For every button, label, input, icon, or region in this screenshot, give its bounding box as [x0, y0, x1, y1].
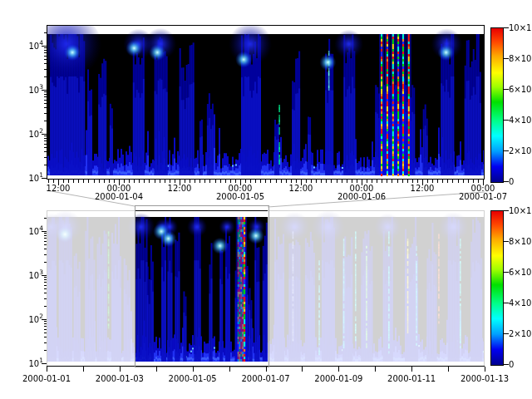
x-minor-tick [88, 180, 89, 183]
x-minor-tick [190, 180, 190, 183]
x-minor-tick [342, 180, 342, 183]
colorbar-tick-label: 2×107 [509, 329, 532, 338]
x-tick [47, 367, 47, 372]
x-minor-tick [149, 180, 150, 183]
x-tick [229, 367, 230, 372]
x-minor-tick [392, 180, 392, 183]
x-date-label: 2000-01-06 [337, 192, 386, 201]
y-minor-tick [44, 69, 47, 70]
y-minor-tick [44, 298, 47, 299]
x-minor-tick [442, 180, 443, 183]
x-minor-tick [311, 180, 312, 183]
colorbar-tick-label: 10×107 [509, 23, 532, 32]
colorbar-overview [490, 210, 504, 366]
x-minor-tick [337, 180, 337, 183]
x-tick-label: 12:00 [47, 184, 71, 193]
y-minor-tick [44, 342, 47, 343]
top-spectrogram[interactable] [47, 25, 485, 180]
x-minor-tick [352, 180, 352, 183]
x-minor-tick [235, 180, 236, 183]
x-minor-tick [129, 180, 130, 183]
colorbar-tick-label: 0 [509, 177, 514, 186]
colorbar-tick-label: 4×107 [509, 116, 532, 125]
x-minor-tick [63, 180, 64, 183]
y-minor-tick [44, 165, 47, 165]
x-date-label: 2000-01-13 [461, 374, 509, 383]
y-minor-tick [44, 329, 47, 330]
y-minor-tick [44, 350, 47, 351]
colorbar-top [490, 27, 504, 183]
colorbar-tick-label: 0 [509, 360, 514, 369]
y-minor-tick [44, 293, 47, 293]
colorbar-tick-label: 6×107 [509, 268, 532, 277]
x-minor-tick [296, 180, 297, 183]
x-date-label: 2000-01-04 [95, 192, 143, 201]
x-minor-tick [347, 180, 347, 183]
x-minor-tick [134, 180, 135, 183]
x-minor-tick [230, 180, 231, 183]
x-minor-tick [53, 180, 54, 183]
y-minor-tick [44, 238, 47, 239]
y-minor-tick [44, 138, 47, 139]
y-minor-tick [44, 100, 47, 101]
x-minor-tick [73, 180, 74, 183]
x-minor-tick [155, 180, 155, 183]
x-date-label: 2000-01-11 [387, 374, 436, 383]
x-minor-tick [326, 180, 327, 183]
x-minor-tick [209, 180, 210, 183]
y-minor-tick [44, 262, 47, 263]
y-minor-tick [44, 103, 47, 104]
x-minor-tick [260, 180, 261, 183]
x-tick-label: 12:00 [411, 184, 435, 193]
selection-box[interactable] [135, 205, 269, 367]
y-tick-label: 101 [3, 174, 43, 183]
x-tick [83, 367, 84, 372]
x-minor-tick [402, 180, 403, 183]
y-tick-label: 103 [3, 86, 43, 95]
x-minor-tick [372, 180, 372, 183]
x-minor-tick [407, 180, 408, 183]
y-minor-tick [44, 233, 47, 234]
x-minor-tick [291, 180, 292, 183]
y-minor-tick [44, 56, 47, 57]
x-tick [193, 367, 194, 372]
y-minor-tick [44, 249, 47, 249]
x-minor-tick [104, 180, 105, 183]
y-minor-tick [44, 52, 47, 53]
x-tick [375, 367, 376, 372]
x-minor-tick [195, 180, 195, 183]
x-date-label: 2000-01-05 [169, 374, 217, 383]
x-minor-tick [437, 180, 438, 183]
y-minor-tick [44, 326, 47, 327]
x-minor-tick [382, 180, 382, 183]
y-minor-tick [44, 113, 47, 114]
x-minor-tick [432, 180, 433, 183]
x-minor-tick [124, 180, 125, 183]
x-tick [266, 367, 267, 372]
y-minor-tick [44, 94, 47, 95]
y-minor-tick [44, 50, 47, 51]
y-minor-tick [44, 63, 47, 64]
x-date-label: 2000-01-07 [241, 374, 289, 383]
y-minor-tick [44, 135, 47, 136]
y-tick-label: 103 [3, 271, 43, 280]
x-minor-tick [99, 180, 100, 183]
y-minor-tick [44, 323, 47, 324]
y-minor-tick [44, 285, 47, 286]
x-minor-tick [357, 180, 357, 183]
y-minor-tick [44, 140, 47, 141]
y-minor-tick [44, 76, 47, 77]
y-minor-tick [44, 337, 47, 337]
x-minor-tick [200, 180, 200, 183]
x-tick [338, 367, 339, 372]
colorbar-tick-label: 8×107 [509, 237, 532, 246]
y-minor-tick [44, 254, 47, 255]
y-minor-tick [44, 218, 47, 219]
x-minor-tick [83, 180, 84, 183]
y-minor-tick [44, 96, 47, 97]
x-minor-tick [109, 180, 110, 183]
y-minor-tick [44, 151, 47, 152]
x-minor-tick [170, 180, 170, 183]
x-minor-tick [458, 180, 459, 183]
y-tick-label: 104 [3, 42, 43, 51]
